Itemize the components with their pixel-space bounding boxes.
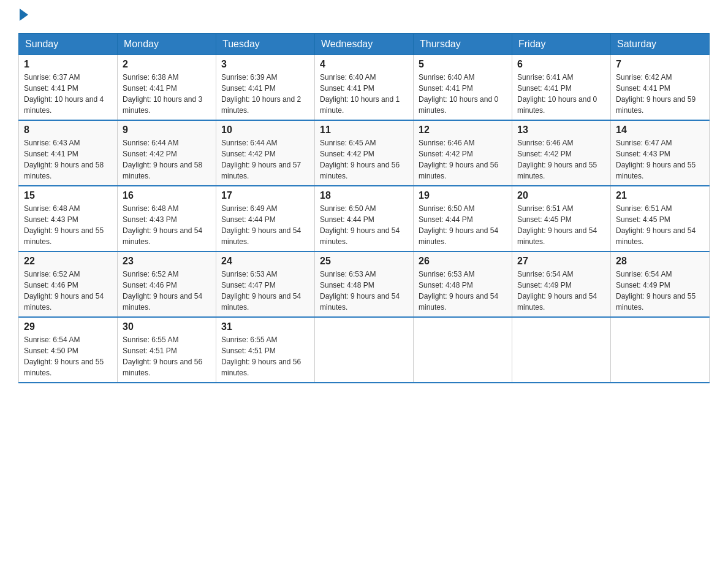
day-cell-17: 17Sunrise: 6:49 AMSunset: 4:44 PMDayligh… — [216, 186, 315, 251]
day-info: Sunrise: 6:40 AMSunset: 4:41 PMDaylight:… — [320, 72, 408, 116]
day-number: 5 — [419, 59, 507, 70]
day-number: 6 — [517, 59, 605, 70]
day-number: 19 — [419, 190, 507, 201]
day-info: Sunrise: 6:44 AMSunset: 4:42 PMDaylight:… — [221, 137, 309, 182]
week-row-3: 15Sunrise: 6:48 AMSunset: 4:43 PMDayligh… — [19, 186, 710, 251]
day-cell-8: 8Sunrise: 6:43 AMSunset: 4:41 PMDaylight… — [19, 120, 118, 186]
day-cell-3: 3Sunrise: 6:39 AMSunset: 4:41 PMDaylight… — [216, 55, 315, 121]
day-cell-9: 9Sunrise: 6:44 AMSunset: 4:42 PMDaylight… — [118, 120, 216, 186]
day-info: Sunrise: 6:53 AMSunset: 4:48 PMDaylight:… — [419, 269, 507, 313]
day-number: 29 — [24, 321, 112, 332]
day-info: Sunrise: 6:55 AMSunset: 4:51 PMDaylight:… — [221, 334, 309, 378]
day-number: 13 — [517, 124, 605, 136]
day-cell-6: 6Sunrise: 6:41 AMSunset: 4:41 PMDaylight… — [512, 55, 611, 121]
day-number: 16 — [123, 190, 211, 201]
day-info: Sunrise: 6:44 AMSunset: 4:42 PMDaylight:… — [123, 137, 211, 182]
day-info: Sunrise: 6:42 AMSunset: 4:41 PMDaylight:… — [616, 72, 704, 116]
day-number: 3 — [221, 59, 309, 70]
day-info: Sunrise: 6:39 AMSunset: 4:41 PMDaylight:… — [221, 72, 309, 116]
day-cell-13: 13Sunrise: 6:46 AMSunset: 4:42 PMDayligh… — [512, 120, 611, 186]
day-info: Sunrise: 6:51 AMSunset: 4:45 PMDaylight:… — [517, 203, 605, 247]
column-header-monday: Monday — [118, 34, 216, 55]
column-header-friday: Friday — [512, 34, 611, 55]
day-number: 9 — [123, 124, 211, 136]
day-cell-4: 4Sunrise: 6:40 AMSunset: 4:41 PMDaylight… — [315, 55, 414, 121]
day-number: 22 — [24, 256, 112, 267]
day-info: Sunrise: 6:50 AMSunset: 4:44 PMDaylight:… — [320, 203, 408, 247]
day-info: Sunrise: 6:46 AMSunset: 4:42 PMDaylight:… — [419, 137, 507, 182]
day-number: 7 — [616, 59, 704, 70]
day-number: 2 — [123, 59, 211, 70]
day-number: 11 — [320, 124, 408, 136]
day-cell-29: 29Sunrise: 6:54 AMSunset: 4:50 PMDayligh… — [19, 317, 118, 383]
day-cell-19: 19Sunrise: 6:50 AMSunset: 4:44 PMDayligh… — [414, 186, 512, 251]
day-info: Sunrise: 6:53 AMSunset: 4:48 PMDaylight:… — [320, 269, 408, 313]
day-number: 18 — [320, 190, 408, 201]
day-cell-1: 1Sunrise: 6:37 AMSunset: 4:41 PMDaylight… — [19, 55, 118, 121]
logo-arrow-icon — [20, 9, 28, 21]
day-info: Sunrise: 6:55 AMSunset: 4:51 PMDaylight:… — [123, 334, 211, 378]
empty-cell — [315, 317, 414, 383]
day-number: 27 — [517, 256, 605, 267]
day-number: 12 — [419, 124, 507, 136]
day-info: Sunrise: 6:41 AMSunset: 4:41 PMDaylight:… — [517, 72, 605, 116]
day-number: 21 — [616, 190, 704, 201]
day-info: Sunrise: 6:48 AMSunset: 4:43 PMDaylight:… — [123, 203, 211, 247]
day-cell-30: 30Sunrise: 6:55 AMSunset: 4:51 PMDayligh… — [118, 317, 216, 383]
day-info: Sunrise: 6:51 AMSunset: 4:45 PMDaylight:… — [616, 203, 704, 247]
day-number: 26 — [419, 256, 507, 267]
day-cell-15: 15Sunrise: 6:48 AMSunset: 4:43 PMDayligh… — [19, 186, 118, 251]
day-info: Sunrise: 6:53 AMSunset: 4:47 PMDaylight:… — [221, 269, 309, 313]
day-cell-2: 2Sunrise: 6:38 AMSunset: 4:41 PMDaylight… — [118, 55, 216, 121]
day-info: Sunrise: 6:38 AMSunset: 4:41 PMDaylight:… — [123, 72, 211, 116]
day-cell-18: 18Sunrise: 6:50 AMSunset: 4:44 PMDayligh… — [315, 186, 414, 251]
day-number: 1 — [24, 59, 112, 70]
calendar-header-row: SundayMondayTuesdayWednesdayThursdayFrid… — [19, 34, 710, 55]
day-info: Sunrise: 6:50 AMSunset: 4:44 PMDaylight:… — [419, 203, 507, 247]
day-number: 31 — [221, 321, 309, 332]
empty-cell — [611, 317, 710, 383]
day-info: Sunrise: 6:52 AMSunset: 4:46 PMDaylight:… — [24, 269, 112, 313]
week-row-5: 29Sunrise: 6:54 AMSunset: 4:50 PMDayligh… — [19, 317, 710, 383]
day-number: 25 — [320, 256, 408, 267]
day-cell-25: 25Sunrise: 6:53 AMSunset: 4:48 PMDayligh… — [315, 251, 414, 317]
day-cell-26: 26Sunrise: 6:53 AMSunset: 4:48 PMDayligh… — [414, 251, 512, 317]
day-info: Sunrise: 6:46 AMSunset: 4:42 PMDaylight:… — [517, 137, 605, 182]
day-cell-22: 22Sunrise: 6:52 AMSunset: 4:46 PMDayligh… — [19, 251, 118, 317]
day-number: 23 — [123, 256, 211, 267]
day-number: 15 — [24, 190, 112, 201]
week-row-4: 22Sunrise: 6:52 AMSunset: 4:46 PMDayligh… — [19, 251, 710, 317]
day-info: Sunrise: 6:43 AMSunset: 4:41 PMDaylight:… — [24, 137, 112, 182]
day-cell-31: 31Sunrise: 6:55 AMSunset: 4:51 PMDayligh… — [216, 317, 315, 383]
column-header-sunday: Sunday — [19, 34, 118, 55]
day-cell-11: 11Sunrise: 6:45 AMSunset: 4:42 PMDayligh… — [315, 120, 414, 186]
day-cell-12: 12Sunrise: 6:46 AMSunset: 4:42 PMDayligh… — [414, 120, 512, 186]
day-number: 4 — [320, 59, 408, 70]
day-info: Sunrise: 6:47 AMSunset: 4:43 PMDaylight:… — [616, 137, 704, 182]
column-header-thursday: Thursday — [414, 34, 512, 55]
day-info: Sunrise: 6:48 AMSunset: 4:43 PMDaylight:… — [24, 203, 112, 247]
day-number: 24 — [221, 256, 309, 267]
day-cell-27: 27Sunrise: 6:54 AMSunset: 4:49 PMDayligh… — [512, 251, 611, 317]
week-row-2: 8Sunrise: 6:43 AMSunset: 4:41 PMDaylight… — [19, 120, 710, 186]
day-info: Sunrise: 6:37 AMSunset: 4:41 PMDaylight:… — [24, 72, 112, 116]
day-cell-5: 5Sunrise: 6:40 AMSunset: 4:41 PMDaylight… — [414, 55, 512, 121]
day-cell-28: 28Sunrise: 6:54 AMSunset: 4:49 PMDayligh… — [611, 251, 710, 317]
day-number: 20 — [517, 190, 605, 201]
day-cell-10: 10Sunrise: 6:44 AMSunset: 4:42 PMDayligh… — [216, 120, 315, 186]
day-info: Sunrise: 6:54 AMSunset: 4:50 PMDaylight:… — [24, 334, 112, 378]
day-cell-20: 20Sunrise: 6:51 AMSunset: 4:45 PMDayligh… — [512, 186, 611, 251]
day-number: 30 — [123, 321, 211, 332]
day-number: 17 — [221, 190, 309, 201]
column-header-saturday: Saturday — [611, 34, 710, 55]
empty-cell — [414, 317, 512, 383]
day-number: 10 — [221, 124, 309, 136]
day-cell-7: 7Sunrise: 6:42 AMSunset: 4:41 PMDaylight… — [611, 55, 710, 121]
column-header-wednesday: Wednesday — [315, 34, 414, 55]
day-cell-21: 21Sunrise: 6:51 AMSunset: 4:45 PMDayligh… — [611, 186, 710, 251]
day-info: Sunrise: 6:45 AMSunset: 4:42 PMDaylight:… — [320, 137, 408, 182]
day-info: Sunrise: 6:40 AMSunset: 4:41 PMDaylight:… — [419, 72, 507, 116]
day-info: Sunrise: 6:52 AMSunset: 4:46 PMDaylight:… — [123, 269, 211, 313]
day-cell-14: 14Sunrise: 6:47 AMSunset: 4:43 PMDayligh… — [611, 120, 710, 186]
day-info: Sunrise: 6:49 AMSunset: 4:44 PMDaylight:… — [221, 203, 309, 247]
